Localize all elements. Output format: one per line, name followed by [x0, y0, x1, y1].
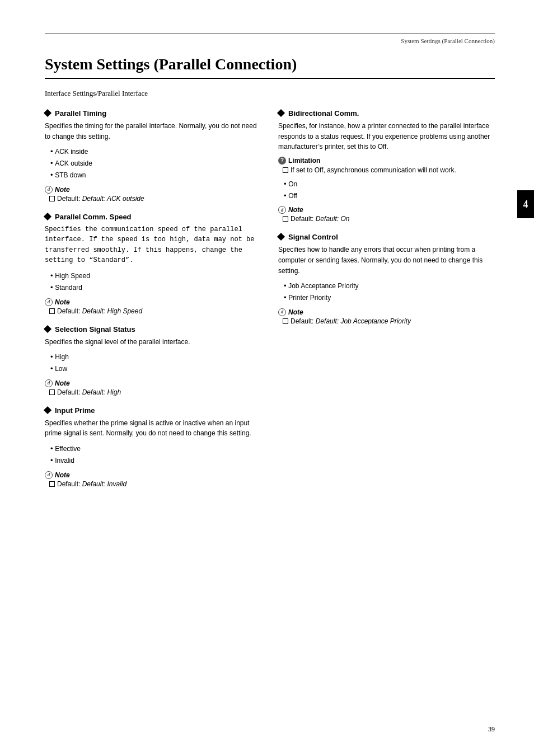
note-icon: d	[278, 308, 286, 316]
list-item: Effective	[50, 443, 261, 455]
note-default: Default: Default: Invalid	[57, 480, 127, 488]
diamond-icon	[44, 406, 51, 414]
note-content: Default: Default: High	[47, 388, 261, 396]
left-column: Parallel Timing Specifies the timing for…	[45, 109, 261, 498]
section-parallel-timing: Parallel Timing Specifies the timing for…	[45, 109, 261, 203]
checkbox-item: Default: Default: Invalid	[49, 480, 261, 488]
bidirectional-comm-bullets: On Off	[284, 179, 495, 202]
note-icon: d	[45, 186, 53, 194]
parallel-comm-speed-bullets: High Speed Standard	[50, 270, 261, 294]
section-title-bidirectional-comm: Bidirectional Comm.	[278, 109, 495, 118]
chapter-tab: 4	[517, 190, 534, 218]
checkbox-item: Default: Default: Job Acceptance Priorit…	[283, 317, 495, 325]
list-item: Low	[50, 363, 261, 375]
bidirectional-comm-title: Bidirectional Comm.	[288, 109, 359, 118]
limitation-label: Limitation	[288, 157, 320, 165]
checkbox-icon	[49, 481, 55, 487]
selection-signal-status-bullets: High Low	[50, 351, 261, 375]
note-label: Note	[55, 186, 70, 194]
input-prime-note: d Note Default: Default: Invalid	[45, 471, 261, 488]
list-item: High	[50, 351, 261, 363]
limitation-block: ? Limitation If set to Off, asynchronous…	[278, 157, 495, 174]
parallel-comm-speed-title: Parallel Comm. Speed	[55, 213, 132, 221]
note-title: d Note	[45, 471, 261, 479]
diamond-icon	[44, 109, 51, 117]
note-icon: d	[45, 298, 53, 306]
note-icon: d	[45, 379, 53, 387]
diamond-icon	[277, 233, 285, 241]
section-title-signal-control: Signal Control	[278, 233, 495, 241]
default-value: Default: Job Acceptance Priority	[316, 317, 411, 325]
signal-control-bullets: Job Acceptance Priority Printer Priority	[284, 280, 495, 304]
checkbox-icon	[49, 389, 55, 395]
note-default: Default: Default: ACK outside	[57, 195, 144, 203]
page: System Settings (Parallel Connection) Sy…	[0, 0, 534, 756]
list-item: Off	[284, 190, 495, 202]
diamond-icon	[277, 109, 285, 117]
note-icon: d	[278, 206, 286, 214]
checkbox-item: Default: Default: ACK outside	[49, 195, 261, 203]
input-prime-bullets: Effective Invalid	[50, 443, 261, 467]
signal-control-body: Specifies how to handle any errors that …	[278, 245, 495, 276]
section-title-input-prime: Input Prime	[45, 406, 261, 415]
note-title: d Note	[45, 186, 261, 194]
checkbox-icon	[283, 318, 288, 324]
checkbox-item: If set to Off, asynchronous communicatio…	[283, 166, 495, 174]
note-content: Default: Default: High Speed	[47, 307, 261, 315]
note-label: Note	[55, 471, 70, 479]
diamond-icon	[44, 213, 51, 220]
bidirectional-comm-body: Specifies, for instance, how a printer c…	[278, 121, 495, 152]
note-title: d Note	[278, 206, 495, 214]
parallel-comm-speed-body: Specifies the communication speed of the…	[45, 224, 261, 266]
default-value: Default: On	[316, 215, 350, 223]
note-label: Note	[55, 298, 70, 306]
list-item: High Speed	[50, 270, 261, 282]
parallel-timing-bullets: ACK inside ACK outside STB down	[50, 146, 261, 181]
limitation-text: If set to Off, asynchronous communicatio…	[291, 166, 456, 174]
list-item: Job Acceptance Priority	[284, 280, 495, 292]
note-title: d Note	[278, 308, 495, 316]
input-prime-title: Input Prime	[55, 406, 95, 415]
list-item: On	[284, 179, 495, 190]
checkbox-icon	[283, 167, 288, 173]
note-default: Default: Default: On	[291, 215, 349, 223]
parallel-timing-title: Parallel Timing	[55, 109, 106, 118]
content-wrapper: Parallel Timing Specifies the timing for…	[45, 109, 495, 498]
list-item: Standard	[50, 282, 261, 294]
default-value: Default: High Speed	[82, 307, 142, 315]
note-default: Default: Default: High	[57, 388, 121, 396]
section-bidirectional-comm: Bidirectional Comm. Specifies, for insta…	[278, 109, 495, 223]
checkbox-icon	[283, 216, 288, 222]
page-number: 39	[488, 725, 495, 734]
header-line	[45, 34, 495, 34]
section-input-prime: Input Prime Specifies whether the prime …	[45, 406, 261, 488]
note-label: Note	[55, 379, 70, 387]
list-item: ACK inside	[50, 146, 261, 158]
limitation-icon: ?	[278, 157, 286, 165]
parallel-timing-body: Specifies the timing for the parallel in…	[45, 121, 261, 142]
section-title-selection-signal-status: Selection Signal Status	[45, 325, 261, 334]
checkbox-icon	[49, 196, 55, 201]
section-parallel-comm-speed: Parallel Comm. Speed Specifies the commu…	[45, 213, 261, 315]
note-label: Note	[288, 206, 303, 214]
note-title: d Note	[45, 379, 261, 387]
checkbox-icon	[49, 308, 55, 314]
diamond-icon	[44, 325, 51, 332]
limitation-content: If set to Off, asynchronous communicatio…	[280, 166, 495, 174]
list-item: Printer Priority	[284, 292, 495, 304]
note-default: Default: Default: Job Acceptance Priorit…	[291, 317, 411, 325]
note-content: Default: Default: Invalid	[47, 480, 261, 488]
section-title-parallel-timing: Parallel Timing	[45, 109, 261, 118]
signal-control-title: Signal Control	[288, 233, 338, 241]
parallel-comm-speed-note: d Note Default: Default: High Speed	[45, 298, 261, 315]
selection-signal-status-body: Specifies the signal level of the parall…	[45, 337, 261, 348]
section-title-parallel-comm-speed: Parallel Comm. Speed	[45, 213, 261, 221]
note-content: Default: Default: Job Acceptance Priorit…	[280, 317, 495, 325]
note-content: Default: Default: On	[280, 215, 495, 223]
default-value: Default: Invalid	[82, 480, 127, 488]
note-icon: d	[45, 471, 53, 479]
list-item: STB down	[50, 170, 261, 181]
note-default: Default: Default: High Speed	[57, 307, 142, 315]
bidirectional-comm-note: d Note Default: Default: On	[278, 206, 495, 223]
parallel-timing-note: d Note Default: Default: ACK outside	[45, 186, 261, 203]
